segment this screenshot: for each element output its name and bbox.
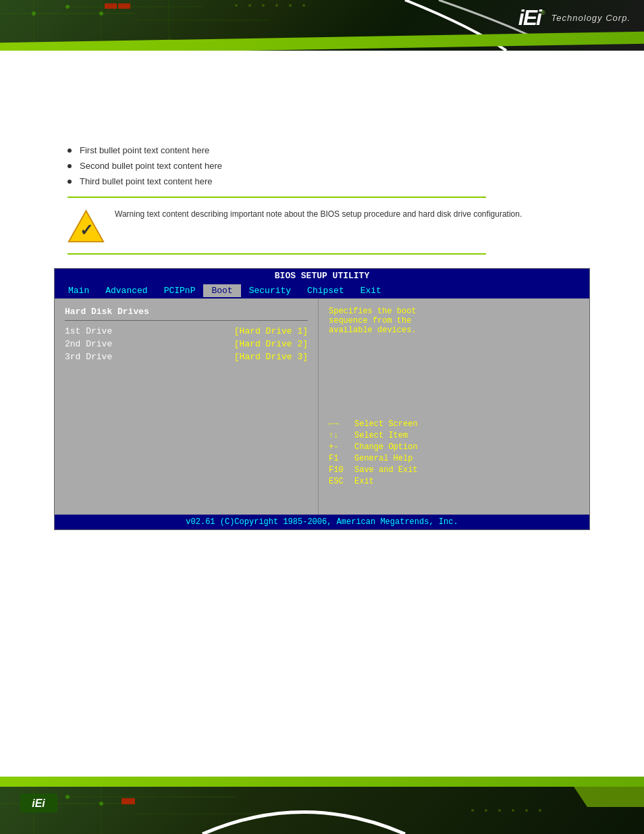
bullet-dot-1 (68, 149, 72, 153)
bullet-text-1: First bullet point text content here (80, 145, 209, 155)
svg-point-4 (32, 11, 36, 16)
bios-menu-exit[interactable]: Exit (352, 284, 390, 297)
bios-shortcut-arrows-lr: ←→ Select Screen (329, 419, 579, 429)
svg-point-25 (99, 802, 103, 806)
warning-box: ✓ Warning text content describing import… (68, 208, 617, 243)
svg-point-6 (99, 11, 103, 16)
bullet-item-2: Second bullet point text content here (68, 161, 617, 171)
svg-point-5 (65, 5, 70, 9)
logo-area: iEi ® Technology Corp. (518, 5, 630, 30)
svg-rect-16 (118, 3, 130, 9)
logo-registered: ® (541, 9, 545, 16)
svg-text:✓: ✓ (80, 221, 93, 239)
bios-right-panel: Specifies the bootsequence from theavail… (318, 298, 589, 515)
logo-tech-text: Technology Corp. (552, 13, 630, 23)
svg-point-24 (65, 795, 70, 799)
bios-key-esc: ESC (329, 477, 349, 486)
svg-text:iEi: iEi (32, 798, 45, 809)
bios-shortcut-plusminus: +- Change Option (329, 442, 579, 452)
svg-point-9 (235, 4, 238, 7)
bios-footer-text: v02.61 (C)Copyright 1985-2006, American … (186, 517, 458, 527)
bios-left-panel: Hard Disk Drives 1st Drive [Hard Drive 1… (55, 298, 318, 515)
bios-drive-value-2: [Hard Drive 2] (234, 339, 308, 349)
bios-menu-chipset[interactable]: Chipset (299, 284, 352, 297)
bios-body: Hard Disk Drives 1st Drive [Hard Drive 1… (55, 298, 589, 515)
svg-point-31 (485, 809, 487, 812)
bios-shortcut-arrows-ud: ↑↓ Select Item (329, 431, 579, 440)
svg-point-35 (539, 809, 541, 812)
bios-title-text: BIOS SETUP UTILITY (275, 271, 369, 281)
logo-iei: iEi ® (518, 5, 545, 30)
bios-key-f10: F10 (329, 465, 349, 475)
bios-footer: v02.61 (C)Copyright 1985-2006, American … (55, 515, 589, 529)
bios-menu-bar: Main Advanced PCIPnP Boot Security Chips… (55, 283, 589, 298)
top-header: iEi ® Technology Corp. (0, 0, 644, 51)
bios-shortcut-f10: F10 Save and Exit (329, 465, 579, 475)
bios-drive-row-1[interactable]: 1st Drive [Hard Drive 1] (65, 326, 308, 336)
bios-screenshot: BIOS SETUP UTILITY Main Advanced PCIPnP … (54, 268, 590, 530)
bios-drive-label-3: 3rd Drive (65, 352, 112, 362)
bios-title-bar: BIOS SETUP UTILITY (55, 269, 589, 283)
svg-point-30 (471, 809, 474, 812)
svg-point-10 (248, 4, 251, 7)
bios-drive-label-1: 1st Drive (65, 326, 112, 336)
svg-point-13 (289, 4, 292, 7)
bullet-text-2: Second bullet point text content here (80, 161, 222, 171)
bios-help-text: Specifies the bootsequence from theavail… (329, 307, 579, 335)
logo-text: iEi (518, 5, 541, 30)
bios-horizontal-divider (65, 320, 308, 321)
green-divider-bottom (68, 253, 486, 255)
bios-key-f1: F1 (329, 454, 349, 463)
bios-desc-item: Select Item (354, 431, 408, 440)
bottom-footer: iEi (0, 777, 644, 834)
bios-key-arrows-ud: ↑↓ (329, 431, 349, 440)
bullet-dot-2 (68, 164, 72, 168)
bios-drive-value-1: [Hard Drive 1] (234, 326, 308, 336)
svg-point-34 (525, 809, 528, 812)
bios-desc-change: Change Option (354, 442, 418, 452)
bullet-item-3: Third bullet point text content here (68, 176, 617, 186)
bullet-item-1: First bullet point text content here (68, 145, 617, 155)
svg-point-14 (302, 4, 305, 7)
bios-desc-save: Save and Exit (354, 465, 418, 475)
bullet-dot-3 (68, 180, 72, 184)
bios-desc-help: General Help (354, 454, 412, 463)
bios-shortcuts-panel: ←→ Select Screen ↑↓ Select Item +- Chang… (329, 338, 579, 486)
warning-triangle-icon: ✓ (68, 209, 105, 243)
bios-key-arrows-lr: ←→ (329, 419, 349, 429)
content-area: First bullet point text content here Sec… (0, 51, 644, 783)
bios-desc-exit: Exit (354, 477, 374, 486)
bios-drive-row-3[interactable]: 3rd Drive [Hard Drive 3] (65, 352, 308, 362)
bullet-text-3: Third bullet point text content here (80, 176, 213, 186)
bullet-list: First bullet point text content here Sec… (68, 145, 617, 186)
svg-rect-29 (122, 798, 135, 804)
bios-drive-row-2[interactable]: 2nd Drive [Hard Drive 2] (65, 339, 308, 349)
bios-desc-screen: Select Screen (354, 419, 418, 429)
svg-point-11 (262, 4, 265, 7)
bios-drive-value-3: [Hard Drive 3] (234, 352, 308, 362)
bios-key-plusminus: +- (329, 442, 349, 452)
bios-drive-label-2: 2nd Drive (65, 339, 112, 349)
bios-menu-advanced[interactable]: Advanced (97, 284, 155, 297)
green-divider-top (68, 197, 486, 198)
logo-tech-area: Technology Corp. (552, 13, 630, 23)
svg-point-12 (275, 4, 278, 7)
svg-point-33 (512, 809, 514, 812)
bios-section-title: Hard Disk Drives (65, 307, 308, 317)
svg-rect-15 (105, 3, 117, 9)
bios-menu-security[interactable]: Security (241, 284, 299, 297)
bios-menu-boot[interactable]: Boot (203, 284, 240, 297)
bios-menu-main[interactable]: Main (60, 284, 97, 297)
bottom-circuit: iEi (0, 777, 644, 834)
bios-menu-pcipnp[interactable]: PCIPnP (156, 284, 204, 297)
bios-shortcut-f1: F1 General Help (329, 454, 579, 463)
warning-text-content: Warning text content describing importan… (115, 208, 617, 220)
bios-shortcut-esc: ESC Exit (329, 477, 579, 486)
svg-point-32 (498, 809, 501, 812)
warning-text-span: Warning text content describing importan… (115, 209, 522, 219)
